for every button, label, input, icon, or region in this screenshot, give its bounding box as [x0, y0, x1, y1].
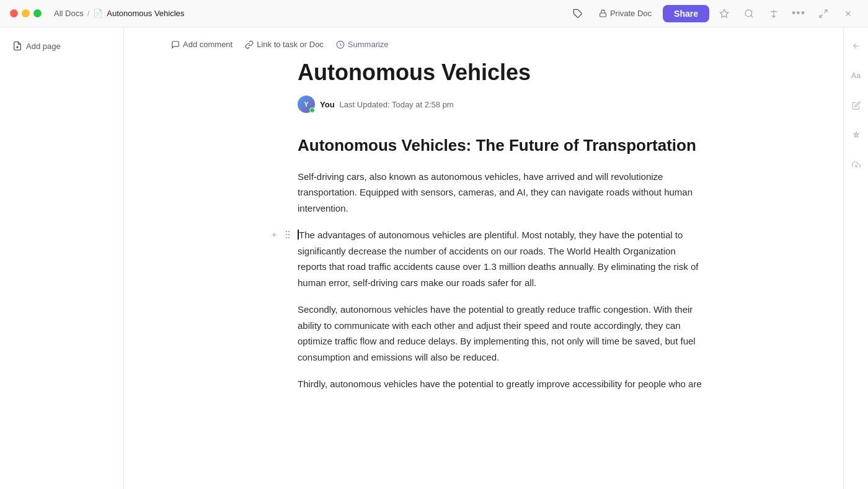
- add-page-button[interactable]: Add page: [7, 37, 116, 55]
- author-name: You: [320, 100, 335, 109]
- paragraph-2-text: The advantages of autonomous vehicles ar…: [298, 230, 698, 288]
- edit-button[interactable]: [848, 97, 865, 114]
- svg-point-3: [745, 10, 752, 17]
- svg-line-7: [820, 14, 823, 17]
- private-doc-label: Private Doc: [610, 9, 652, 18]
- svg-point-14: [288, 231, 290, 232]
- svg-point-15: [286, 234, 287, 235]
- summarize-label: Summarize: [348, 40, 389, 49]
- add-comment-label: Add comment: [183, 40, 232, 49]
- breadcrumb: All Docs / 📄 Autonomous Vehicles: [54, 9, 184, 18]
- avatar-wrapper: Y: [298, 96, 315, 113]
- maximize-window-button[interactable]: [33, 9, 42, 17]
- doc-icon: 📄: [93, 9, 103, 18]
- bookmark-button[interactable]: [568, 4, 588, 24]
- favorite-button[interactable]: [714, 4, 734, 24]
- app-layout: Add page Add comment Link to task or Doc…: [0, 27, 868, 489]
- svg-point-18: [288, 237, 290, 238]
- search-button[interactable]: [739, 4, 759, 24]
- drag-block-button[interactable]: [281, 228, 294, 241]
- svg-line-4: [751, 16, 753, 17]
- right-sidebar: Aa: [843, 27, 868, 489]
- breadcrumb-separator: /: [87, 9, 90, 18]
- svg-point-13: [286, 231, 287, 232]
- private-doc-button[interactable]: Private Doc: [593, 6, 658, 21]
- paragraph-1: Self-driving cars, also known as autonom…: [298, 169, 707, 217]
- titlebar-right: Private Doc Share •••: [568, 4, 858, 24]
- sidebar: Add page: [0, 27, 124, 489]
- last-updated: Last Updated: Today at 2:58 pm: [340, 100, 454, 109]
- main-content: Add comment Link to task or Doc Summariz…: [124, 27, 843, 489]
- add-page-label: Add page: [26, 42, 61, 51]
- avatar-status: [309, 107, 315, 113]
- export-button[interactable]: [764, 4, 784, 24]
- minimize-window-button[interactable]: [22, 9, 30, 17]
- share-button[interactable]: Share: [663, 5, 709, 22]
- more-button[interactable]: •••: [789, 4, 808, 24]
- doc-heading: Autonomous Vehicles: The Future of Trans…: [298, 135, 707, 156]
- fullscreen-button[interactable]: [813, 4, 833, 24]
- ai-sparkle-button[interactable]: [848, 127, 865, 144]
- titlebar-left: All Docs / 📄 Autonomous Vehicles: [10, 9, 184, 18]
- svg-marker-20: [853, 132, 859, 137]
- breadcrumb-current: Autonomous Vehicles: [107, 9, 184, 18]
- block-controls: +: [268, 228, 294, 241]
- doc-body: Autonomous Vehicles Y You Last Updated: …: [248, 59, 719, 428]
- paragraph-block-1: Self-driving cars, also known as autonom…: [298, 169, 707, 217]
- svg-marker-2: [720, 9, 728, 17]
- breadcrumb-parent[interactable]: All Docs: [54, 9, 84, 18]
- window-controls: [10, 9, 42, 17]
- doc-meta: Y You Last Updated: Today at 2:58 pm: [298, 96, 707, 113]
- add-block-button[interactable]: +: [268, 228, 280, 241]
- collapse-sidebar-button[interactable]: [848, 37, 865, 55]
- doc-toolbar: Add comment Link to task or Doc Summariz…: [161, 27, 843, 59]
- svg-point-16: [288, 234, 290, 235]
- paragraph-2: The advantages of autonomous vehicles ar…: [298, 227, 707, 290]
- paragraph-block-3: Secondly, autonomous vehicles have the p…: [298, 302, 707, 365]
- svg-rect-1: [600, 13, 606, 17]
- font-size-button[interactable]: Aa: [848, 67, 865, 84]
- svg-line-6: [824, 10, 827, 13]
- paragraph-3: Secondly, autonomous vehicles have the p…: [298, 302, 707, 365]
- close-window-button[interactable]: [10, 9, 18, 17]
- paragraph-block-2: + The advantages of autonomous vehicles …: [298, 227, 707, 290]
- svg-point-17: [286, 237, 287, 238]
- link-to-task-label: Link to task or Doc: [257, 40, 324, 49]
- titlebar: All Docs / 📄 Autonomous Vehicles Private…: [0, 0, 868, 27]
- upload-button[interactable]: [848, 156, 865, 174]
- paragraph-4: Thirdly, autonomous vehicles have the po…: [298, 376, 707, 392]
- summarize-button[interactable]: Summarize: [336, 37, 389, 52]
- close-button[interactable]: [838, 4, 858, 24]
- add-comment-button[interactable]: Add comment: [171, 37, 232, 52]
- doc-title: Autonomous Vehicles: [298, 59, 707, 86]
- link-to-task-button[interactable]: Link to task or Doc: [245, 37, 324, 52]
- paragraph-block-4: Thirdly, autonomous vehicles have the po…: [298, 376, 707, 392]
